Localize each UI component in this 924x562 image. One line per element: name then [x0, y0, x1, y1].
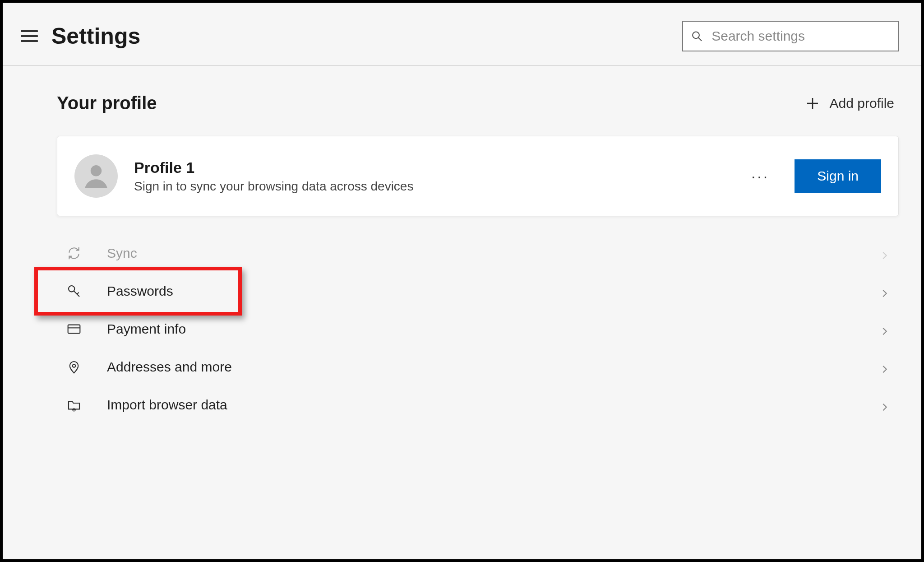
sync-icon: [66, 245, 82, 261]
svg-point-4: [91, 165, 102, 176]
svg-line-1: [698, 37, 702, 41]
section-title: Your profile: [57, 93, 157, 113]
search-icon: [691, 30, 702, 42]
settings-item-label: Passwords: [107, 283, 173, 299]
settings-item-label: Sync: [107, 246, 137, 261]
person-icon: [80, 160, 112, 192]
plus-icon: [805, 96, 820, 111]
hamburger-menu-icon[interactable]: [21, 28, 38, 45]
svg-line-7: [77, 293, 79, 294]
settings-item-addresses[interactable]: Addresses and more: [57, 348, 899, 386]
svg-point-0: [693, 32, 699, 39]
settings-item-sync: Sync: [57, 234, 899, 272]
settings-item-payment[interactable]: Payment info: [57, 310, 899, 348]
header: Settings: [3, 3, 921, 66]
add-profile-button[interactable]: Add profile: [805, 96, 894, 111]
payment-icon: [66, 321, 82, 337]
svg-rect-8: [68, 325, 80, 334]
chevron-right-icon: [880, 286, 890, 296]
svg-point-10: [73, 364, 76, 367]
search-input[interactable]: [711, 28, 890, 44]
profile-name: Profile 1: [134, 159, 726, 176]
import-icon: [66, 397, 82, 413]
profile-description: Sign in to sync your browsing data acros…: [134, 179, 726, 194]
settings-item-passwords[interactable]: Passwords: [57, 272, 899, 310]
profile-card: Profile 1 Sign in to sync your browsing …: [57, 136, 899, 216]
settings-item-label: Addresses and more: [107, 359, 232, 375]
page-title: Settings: [51, 23, 140, 49]
add-profile-label: Add profile: [830, 96, 894, 111]
more-options-button[interactable]: ···: [742, 167, 778, 185]
addresses-icon: [66, 359, 82, 375]
settings-item-label: Payment info: [107, 321, 186, 337]
svg-point-5: [69, 286, 74, 292]
svg-line-6: [74, 291, 79, 297]
chevron-right-icon: [880, 324, 890, 334]
chevron-right-icon: [880, 248, 890, 258]
passwords-icon: [66, 283, 82, 299]
sign-in-button[interactable]: Sign in: [795, 159, 881, 193]
chevron-right-icon: [880, 400, 890, 410]
settings-item-import[interactable]: Import browser data: [57, 386, 899, 424]
avatar: [74, 154, 118, 198]
chevron-right-icon: [880, 362, 890, 372]
search-box[interactable]: [682, 21, 899, 51]
settings-item-label: Import browser data: [107, 397, 227, 413]
